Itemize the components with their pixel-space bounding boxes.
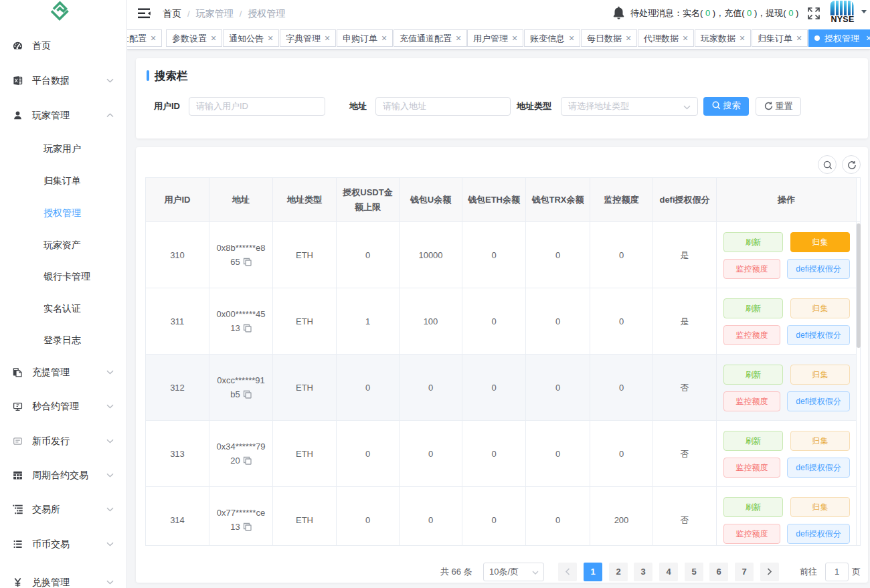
svg-text:NYSE: NYSE xyxy=(831,15,854,23)
